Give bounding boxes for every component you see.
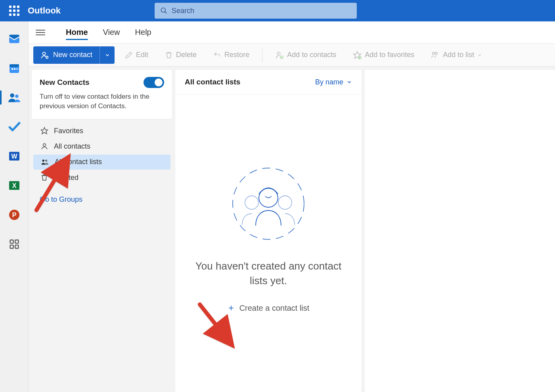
folder-panel: New Contacts Turn off to view contact fo… bbox=[32, 70, 172, 392]
add-to-favorites-button[interactable]: Add to favorites bbox=[346, 46, 421, 64]
svg-text:X: X bbox=[12, 182, 16, 189]
sort-button[interactable]: By name bbox=[315, 78, 352, 86]
folder-list: Favorites All contacts All contact lists… bbox=[32, 119, 172, 190]
nav-all-contact-lists[interactable]: All contact lists bbox=[33, 155, 170, 170]
svg-rect-18 bbox=[15, 245, 18, 248]
svg-point-29 bbox=[42, 159, 45, 162]
toolbar-separator bbox=[262, 48, 262, 62]
new-contact-dropdown[interactable] bbox=[100, 46, 115, 64]
rail-mail[interactable] bbox=[6, 30, 23, 48]
rail-powerpoint[interactable]: P bbox=[6, 206, 23, 224]
rail-more-apps[interactable] bbox=[6, 235, 23, 253]
svg-point-25 bbox=[433, 52, 435, 54]
add-to-contacts-button[interactable]: Add to contacts bbox=[269, 46, 343, 64]
waffle-icon bbox=[9, 6, 19, 16]
tab-home[interactable]: Home bbox=[64, 23, 90, 42]
svg-point-8 bbox=[15, 95, 19, 98]
app-header: Outlook bbox=[0, 0, 555, 21]
new-contacts-title: New Contacts bbox=[40, 78, 90, 87]
svg-text:W: W bbox=[11, 153, 17, 160]
app-title: Outlook bbox=[28, 6, 61, 16]
svg-rect-6 bbox=[16, 68, 18, 70]
search-box[interactable] bbox=[155, 3, 357, 19]
nav-toggle-button[interactable] bbox=[36, 28, 45, 37]
create-contact-list-link[interactable]: Create a contact list bbox=[228, 304, 310, 313]
svg-marker-27 bbox=[41, 128, 48, 134]
svg-point-0 bbox=[161, 8, 165, 12]
go-to-groups-link[interactable]: Go to Groups bbox=[32, 190, 172, 209]
list-plus-icon bbox=[431, 51, 440, 59]
nav-all-contacts[interactable]: All contacts bbox=[33, 139, 170, 154]
new-contacts-card: New Contacts Turn off to view contact fo… bbox=[32, 70, 172, 119]
svg-rect-16 bbox=[15, 240, 18, 243]
star-plus-icon bbox=[353, 51, 362, 59]
app-launcher-button[interactable] bbox=[5, 1, 24, 20]
powerpoint-icon: P bbox=[8, 208, 21, 221]
svg-line-1 bbox=[165, 11, 167, 13]
toolbar: New contact Edit Delete Restore bbox=[29, 44, 555, 67]
excel-icon: X bbox=[8, 179, 21, 192]
new-contacts-toggle[interactable] bbox=[144, 77, 164, 88]
new-contact-button[interactable]: New contact bbox=[33, 46, 100, 64]
new-contacts-description: Turn off to view contact folders in the … bbox=[40, 92, 164, 111]
reading-panel bbox=[365, 70, 555, 392]
svg-rect-17 bbox=[10, 245, 13, 248]
people-list-icon bbox=[40, 158, 49, 166]
restore-button[interactable]: Restore bbox=[207, 46, 256, 64]
content-area: New Contacts Turn off to view contact fo… bbox=[29, 67, 555, 392]
svg-rect-5 bbox=[14, 68, 15, 70]
check-icon bbox=[8, 120, 21, 134]
delete-button[interactable]: Delete bbox=[159, 46, 203, 64]
svg-point-21 bbox=[278, 52, 280, 55]
word-icon: W bbox=[8, 150, 21, 163]
tab-help[interactable]: Help bbox=[134, 23, 153, 42]
list-header: All contact lists By name bbox=[175, 70, 362, 95]
search-input[interactable] bbox=[172, 7, 351, 15]
empty-illustration bbox=[229, 166, 308, 243]
plus-icon bbox=[228, 304, 235, 312]
nav-deleted[interactable]: Deleted bbox=[33, 170, 170, 185]
app-rail: W X P bbox=[0, 21, 29, 392]
svg-rect-4 bbox=[11, 68, 13, 70]
search-icon bbox=[160, 7, 168, 15]
svg-rect-3 bbox=[10, 64, 19, 67]
tab-view[interactable]: View bbox=[101, 23, 122, 42]
new-contact-label: New contact bbox=[53, 51, 92, 59]
svg-point-19 bbox=[43, 52, 46, 55]
list-panel: All contact lists By name bbox=[175, 70, 362, 392]
svg-point-31 bbox=[233, 168, 304, 239]
empty-text: You haven't created any contact lists ye… bbox=[191, 259, 346, 288]
list-title: All contact lists bbox=[185, 78, 240, 86]
svg-point-28 bbox=[43, 143, 46, 146]
apps-grid-icon bbox=[9, 239, 20, 250]
people-icon bbox=[8, 91, 21, 104]
person-plus-icon bbox=[275, 51, 284, 59]
trash-icon bbox=[165, 51, 173, 59]
person-add-icon bbox=[40, 51, 49, 59]
svg-point-7 bbox=[10, 93, 14, 98]
svg-rect-15 bbox=[10, 240, 13, 243]
rail-calendar[interactable] bbox=[6, 59, 23, 77]
star-icon bbox=[40, 127, 48, 135]
chevron-down-icon bbox=[346, 79, 352, 85]
svg-point-26 bbox=[435, 52, 438, 54]
nav-favorites[interactable]: Favorites bbox=[33, 124, 170, 138]
ribbon-tabs: Home View Help bbox=[29, 21, 555, 44]
trash-icon bbox=[40, 174, 48, 182]
person-icon bbox=[40, 142, 48, 150]
mail-icon bbox=[8, 32, 21, 46]
undo-icon bbox=[213, 51, 221, 59]
new-contact-split-button: New contact bbox=[33, 46, 115, 64]
chevron-down-icon bbox=[477, 53, 482, 57]
chevron-down-icon bbox=[105, 52, 110, 58]
edit-icon bbox=[125, 51, 133, 59]
rail-people[interactable] bbox=[6, 89, 23, 106]
empty-state: You haven't created any contact lists ye… bbox=[175, 95, 362, 392]
svg-point-33 bbox=[245, 196, 258, 209]
edit-button[interactable]: Edit bbox=[119, 46, 155, 64]
svg-point-34 bbox=[278, 196, 292, 209]
rail-todo[interactable] bbox=[6, 118, 23, 136]
rail-excel[interactable]: X bbox=[6, 177, 23, 194]
rail-word[interactable]: W bbox=[6, 147, 23, 165]
add-to-list-button[interactable]: Add to list bbox=[425, 46, 488, 64]
